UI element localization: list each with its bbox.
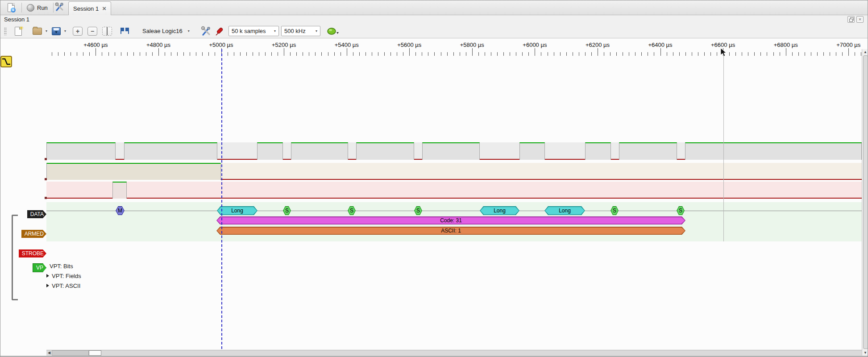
zoom-in-button[interactable]: + bbox=[72, 25, 83, 37]
zoom-out-button[interactable]: − bbox=[87, 25, 98, 37]
tab-close-icon[interactable]: × bbox=[102, 5, 106, 12]
trace-group-bracket[interactable] bbox=[12, 215, 18, 300]
decoder-row-label-fields[interactable]: VPT: Fields bbox=[52, 273, 81, 279]
ruler-minor-tick bbox=[334, 52, 335, 56]
ruler-minor-tick bbox=[378, 52, 378, 56]
zoom-fit-icon bbox=[102, 27, 112, 36]
decoder-annotation: S bbox=[611, 206, 619, 215]
ruler-minor-tick bbox=[259, 52, 259, 56]
ruler-minor-tick bbox=[667, 52, 667, 56]
ruler-minor-tick bbox=[830, 52, 830, 56]
signal-high-segment bbox=[46, 142, 116, 160]
decoder-annotation-label: S bbox=[611, 207, 618, 215]
sample-count-select[interactable]: 50 k samples ▾ bbox=[228, 26, 279, 36]
device-selector-label: Saleae Logic16 bbox=[142, 28, 183, 34]
decoder-annotation-label: Long bbox=[481, 207, 519, 215]
signal-baseline-handle[interactable] bbox=[45, 158, 47, 160]
ruler-minor-tick bbox=[604, 52, 604, 56]
decoder-row-label-ascii[interactable]: VPT: ASCII bbox=[52, 282, 80, 289]
ruler-minor-tick bbox=[710, 52, 711, 56]
ruler-minor-tick bbox=[780, 52, 780, 56]
show-cursors-button[interactable] bbox=[118, 25, 132, 37]
ruler-minor-tick bbox=[77, 52, 77, 56]
signal-high-segment bbox=[112, 182, 127, 199]
decoder-group-tag[interactable]: VP bbox=[33, 263, 46, 272]
ruler-minor-tick bbox=[127, 52, 128, 56]
signal-low-segment bbox=[283, 159, 291, 160]
expander-icon[interactable] bbox=[46, 284, 51, 287]
configure-channels-button[interactable] bbox=[214, 25, 226, 37]
run-button[interactable]: Run bbox=[25, 2, 50, 13]
signal-high-segment bbox=[585, 142, 611, 160]
ruler-minor-tick bbox=[422, 52, 422, 56]
signal-low-segment bbox=[217, 159, 257, 160]
scroll-down-arrow[interactable]: ▼ bbox=[862, 350, 868, 356]
run-options-button[interactable] bbox=[325, 25, 341, 37]
ruler-minor-tick bbox=[748, 52, 748, 56]
vertical-scrollbar[interactable]: ▲ ▼ bbox=[862, 49, 868, 356]
expander-icon[interactable] bbox=[46, 274, 51, 278]
device-selector[interactable]: Saleae Logic16 ▾ bbox=[141, 26, 191, 36]
vertical-scrollbar-thumb[interactable] bbox=[863, 55, 868, 349]
trigger-marker-falling-edge[interactable] bbox=[0, 56, 12, 67]
session-title-bar: Session 1 × bbox=[0, 15, 868, 24]
decoder-annotation: Long bbox=[544, 206, 585, 215]
channel-tag-data[interactable]: DATA bbox=[27, 210, 46, 218]
save-file-dropdown[interactable]: ▾ bbox=[62, 25, 67, 37]
tab-session-1[interactable]: Session 1 × bbox=[68, 1, 111, 15]
horizontal-scrollbar-thumb[interactable] bbox=[89, 350, 101, 356]
open-folder-icon bbox=[33, 28, 42, 35]
scroll-up-arrow[interactable]: ▲ bbox=[862, 49, 868, 55]
ruler-minor-tick bbox=[528, 52, 529, 56]
decoder-annotation-label: Code: 31 bbox=[217, 217, 685, 224]
wrench-screwdriver-icon bbox=[201, 26, 212, 37]
ruler-label: +6200 µs bbox=[586, 42, 610, 48]
configure-device-button[interactable] bbox=[199, 25, 213, 37]
horizontal-scrollbar[interactable]: ◀ bbox=[46, 350, 862, 356]
ruler-minor-tick bbox=[798, 52, 799, 56]
ruler-minor-tick bbox=[585, 52, 586, 56]
toolbar-grip[interactable] bbox=[4, 27, 7, 35]
signal-high-segment bbox=[291, 142, 348, 160]
pulseview-window: + Run Session 1 × Session 1 × bbox=[0, 0, 868, 357]
open-file-dropdown[interactable]: ▾ bbox=[43, 25, 49, 37]
close-window-button[interactable]: × bbox=[856, 16, 864, 23]
restore-window-button[interactable] bbox=[847, 16, 855, 23]
ruler-minor-tick bbox=[146, 52, 146, 56]
ruler-minor-tick bbox=[805, 52, 805, 56]
channel-tag-strobe[interactable]: STROBE bbox=[19, 249, 46, 257]
signal-high-segment bbox=[422, 142, 480, 160]
star-badge-icon: ✳ bbox=[19, 25, 24, 31]
ruler-minor-tick bbox=[271, 52, 272, 56]
settings-button[interactable] bbox=[55, 2, 66, 13]
ruler-minor-tick bbox=[441, 52, 441, 56]
ruler-minor-tick bbox=[692, 52, 692, 56]
decoder-annotation: ASCII: 1 bbox=[216, 227, 685, 235]
save-file-button[interactable] bbox=[50, 25, 62, 37]
ruler-minor-tick bbox=[208, 52, 209, 56]
decoder-background: MLongSSSLongLongSSCode: 31ASCII: 1 bbox=[46, 202, 862, 241]
ruler-minor-tick bbox=[89, 52, 90, 56]
ruler-minor-tick bbox=[591, 52, 592, 56]
channel-tag-armed[interactable]: ARMED bbox=[21, 230, 46, 238]
ruler-minor-tick bbox=[341, 52, 341, 56]
ruler-minor-tick bbox=[202, 52, 203, 56]
signal-low-segment bbox=[116, 159, 124, 160]
open-file-button[interactable] bbox=[31, 25, 43, 37]
ruler-minor-tick bbox=[246, 52, 247, 56]
trace-view: DATA ARMED STROBE VP VPT: Bits VPT: Fiel… bbox=[0, 56, 868, 350]
new-session-button[interactable]: + bbox=[6, 3, 18, 13]
decoder-row-label-bits[interactable]: VPT: Bits bbox=[50, 263, 73, 270]
ruler-minor-tick bbox=[265, 52, 266, 56]
signal-baseline-handle[interactable] bbox=[45, 178, 47, 180]
timeline-ruler[interactable]: +4600 µs+4800 µs+5000 µs+5200 µs+5400 µs… bbox=[0, 38, 868, 56]
ruler-minor-tick bbox=[654, 52, 654, 56]
time-cursor-line[interactable] bbox=[221, 49, 222, 349]
zoom-fit-button[interactable] bbox=[101, 25, 113, 37]
signal-band-strobe bbox=[46, 182, 862, 199]
sample-rate-select[interactable]: 500 kHz ▾ bbox=[281, 26, 320, 36]
signal-baseline-handle[interactable] bbox=[45, 197, 47, 199]
ruler-minor-tick bbox=[296, 52, 297, 56]
new-view-button[interactable]: ✳ bbox=[12, 25, 24, 37]
ruler-major-tick bbox=[660, 48, 661, 56]
